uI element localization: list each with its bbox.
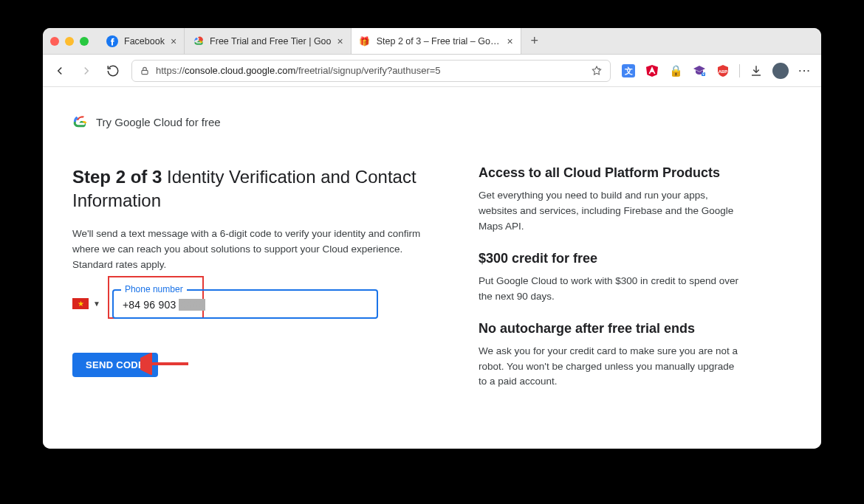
address-bar[interactable]: https://console.cloud.google.com/freetri… <box>131 60 611 82</box>
brand-header: Try Google Cloud for free <box>72 114 792 130</box>
benefit-title: $300 credit for free <box>479 251 744 266</box>
tab-strip: Facebook × Free Trial and Free Tier | Go… <box>99 28 814 54</box>
graduation-extension-icon[interactable]: 9 <box>692 63 707 78</box>
page-title: Step 2 of 3 Identity Verification and Co… <box>72 165 434 213</box>
reload-button[interactable] <box>105 63 121 79</box>
browser-toolbar: https://console.cloud.google.com/freetri… <box>43 55 821 87</box>
close-window-button[interactable] <box>50 37 59 46</box>
extension-icons: 文 🔒 9 ABP ··· <box>621 63 812 79</box>
svg-text:文: 文 <box>624 66 633 75</box>
toolbar-divider <box>739 64 740 77</box>
benefit-title: Access to all Cloud Platform Products <box>479 165 744 181</box>
close-tab-icon[interactable]: × <box>171 35 176 47</box>
minimize-window-button[interactable] <box>65 37 74 46</box>
benefit-title: No autocharge after free trial ends <box>479 321 744 336</box>
page-content: Try Google Cloud for free Step 2 of 3 Id… <box>43 87 821 449</box>
url-text: https://console.cloud.google.com/freetri… <box>156 65 585 76</box>
close-tab-icon[interactable]: × <box>337 35 343 47</box>
security-extension-icon[interactable]: 🔒 <box>668 63 683 78</box>
brand-text: Try Google Cloud for free <box>96 116 221 128</box>
facebook-icon <box>106 35 118 47</box>
tab-label: Free Trial and Free Tier | Goo <box>210 36 331 46</box>
phone-field-label: Phone number <box>121 284 187 294</box>
adblock-extension-icon[interactable]: ABP <box>716 63 730 78</box>
google-cloud-logo-icon <box>72 114 89 130</box>
maximize-window-button[interactable] <box>80 37 89 46</box>
benefit-body: We ask you for your credit card to make … <box>479 344 744 390</box>
titlebar: Facebook × Free Trial and Free Tier | Go… <box>43 28 821 55</box>
vietnam-flag-icon <box>72 298 89 309</box>
tab-step-2-signup[interactable]: 🎁 Step 2 of 3 – Free trial – Googl × <box>352 28 521 54</box>
svg-rect-1 <box>142 70 148 74</box>
translate-extension-icon[interactable]: 文 <box>621 63 636 78</box>
browser-window: Facebook × Free Trial and Free Tier | Go… <box>43 28 821 449</box>
tab-facebook[interactable]: Facebook × <box>99 28 185 54</box>
tab-label: Step 2 of 3 – Free trial – Googl <box>377 36 501 46</box>
downloads-icon[interactable] <box>749 63 764 78</box>
forward-button[interactable] <box>78 63 95 79</box>
annotation-arrow-icon <box>140 353 192 375</box>
benefit-body: Put Google Cloud to work with $300 in cr… <box>479 274 744 305</box>
page-description: We'll send a text message with a 6-digit… <box>72 227 434 273</box>
angular-extension-icon[interactable] <box>645 63 659 78</box>
close-tab-icon[interactable]: × <box>507 35 513 47</box>
phone-input-row: ▼ Phone number +84 96 903 0000 <box>72 289 434 319</box>
tab-label: Facebook <box>124 36 165 46</box>
new-tab-button[interactable]: + <box>521 28 548 54</box>
country-code-select[interactable]: ▼ <box>72 295 100 312</box>
profile-avatar[interactable] <box>772 63 789 79</box>
phone-field-value: +84 96 903 0000 <box>123 299 206 311</box>
window-controls <box>50 37 89 46</box>
google-cloud-icon <box>192 35 204 47</box>
tab-free-trial-tier[interactable]: Free Trial and Free Tier | Goo × <box>185 28 352 54</box>
favorite-icon[interactable] <box>591 65 603 77</box>
benefit-body: Get everything you need to build and run… <box>479 188 744 235</box>
phone-number-input[interactable]: Phone number +84 96 903 0000 <box>112 289 378 319</box>
overflow-menu-icon[interactable]: ··· <box>798 63 812 78</box>
svg-text:ABP: ABP <box>719 69 728 74</box>
lock-icon <box>140 66 150 76</box>
benefits-column: Access to all Cloud Platform Products Ge… <box>479 165 744 406</box>
gift-icon: 🎁 <box>359 35 371 47</box>
form-column: Step 2 of 3 Identity Verification and Co… <box>72 165 434 406</box>
back-button[interactable] <box>52 63 68 79</box>
dropdown-caret-icon: ▼ <box>93 300 100 308</box>
